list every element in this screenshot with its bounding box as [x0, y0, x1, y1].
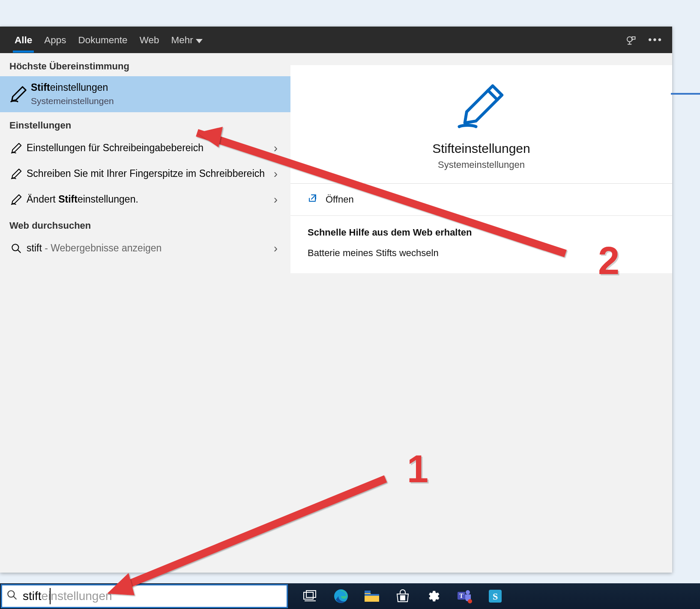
- tab-all[interactable]: Alle: [9, 28, 38, 52]
- svg-rect-9: [306, 591, 316, 597]
- tab-more[interactable]: Mehr: [165, 28, 208, 52]
- section-best-match: Höchste Übereinstimmung: [0, 53, 290, 76]
- search-typed-text: stift: [23, 589, 42, 603]
- tab-apps[interactable]: Apps: [38, 28, 72, 52]
- svg-line-7: [13, 596, 16, 599]
- svg-point-21: [468, 599, 472, 603]
- tab-web[interactable]: Web: [134, 28, 165, 52]
- svg-line-4: [488, 90, 497, 100]
- feedback-icon[interactable]: [618, 33, 643, 46]
- svg-rect-12: [365, 594, 379, 596]
- taskbar: stifteinstellungen: [0, 583, 700, 609]
- snagit-icon[interactable]: S: [485, 589, 506, 603]
- search-results-panel: Alle Apps Dokumente Web Mehr ••• Höchste…: [0, 27, 672, 573]
- teams-icon[interactable]: T: [454, 588, 475, 604]
- detail-title: Stifteinstellungen: [308, 141, 655, 156]
- task-view-icon[interactable]: [300, 590, 320, 603]
- edge-icon[interactable]: [331, 588, 351, 604]
- svg-text:S: S: [493, 591, 498, 602]
- detail-pane: Stifteinstellungen Systemeinstellungen Ö…: [290, 53, 672, 573]
- pen-icon: [6, 167, 27, 180]
- section-web: Web durchsuchen: [0, 212, 290, 236]
- results-list: Höchste Übereinstimmung Stifteinstellung…: [0, 53, 290, 573]
- web-help-title: Schnelle Hilfe aus dem Web erhalten: [308, 227, 655, 238]
- chevron-right-icon: ›: [270, 242, 281, 255]
- svg-point-1: [627, 37, 632, 42]
- search-icon: [6, 243, 27, 254]
- detail-header: Stifteinstellungen Systemeinstellungen: [290, 65, 672, 184]
- settings-item-3-text: Ändert Stifteinstellungen.: [27, 193, 270, 206]
- pen-large-icon: [308, 81, 655, 134]
- chevron-right-icon: ›: [270, 141, 281, 155]
- taskbar-icons: T S: [288, 583, 506, 609]
- svg-rect-8: [304, 592, 313, 599]
- best-match-title-bold: Stift: [31, 82, 50, 93]
- settings-gear-icon[interactable]: [423, 589, 444, 603]
- web-help-link[interactable]: Batterie meines Stifts wechseln: [308, 248, 655, 259]
- best-match-item[interactable]: Stifteinstellungen Systemeinstellungen: [0, 76, 290, 112]
- svg-rect-13: [365, 591, 371, 593]
- open-action[interactable]: Öffnen: [290, 184, 672, 216]
- web-result-item[interactable]: stift - Webergebnisse anzeigen ›: [0, 236, 290, 261]
- settings-item-2[interactable]: Schreiben Sie mit Ihrer Fingerspitze im …: [0, 161, 290, 187]
- svg-point-20: [466, 590, 470, 594]
- tab-documents[interactable]: Dokumente: [72, 28, 134, 52]
- open-label: Öffnen: [326, 194, 354, 205]
- svg-text:T: T: [459, 593, 464, 599]
- pen-icon: [6, 193, 27, 206]
- file-explorer-icon[interactable]: [362, 590, 382, 603]
- chevron-down-icon: [196, 35, 203, 46]
- pen-icon: [6, 84, 31, 104]
- taskbar-search-input[interactable]: stifteinstellungen: [1, 584, 288, 608]
- chevron-right-icon: ›: [270, 193, 281, 206]
- more-options-icon[interactable]: •••: [643, 34, 668, 46]
- settings-item-1[interactable]: Einstellungen für Schreibeingabebereich …: [0, 135, 290, 161]
- svg-line-3: [18, 250, 21, 253]
- decorative-line: [671, 93, 700, 95]
- settings-item-2-text: Schreiben Sie mit Ihrer Fingerspitze im …: [27, 167, 270, 180]
- open-link-icon: [308, 193, 326, 206]
- detail-subtitle: Systemeinstellungen: [308, 159, 655, 170]
- pen-icon: [6, 142, 27, 155]
- svg-rect-16: [401, 598, 402, 600]
- store-icon[interactable]: [392, 589, 413, 603]
- chevron-right-icon: ›: [270, 167, 281, 181]
- best-match-title-rest: einstellungen: [50, 82, 108, 93]
- svg-marker-0: [196, 39, 203, 43]
- web-help-block: Schnelle Hilfe aus dem Web erhalten Batt…: [290, 216, 672, 273]
- best-match-subtitle: Systemeinstellungen: [31, 95, 281, 107]
- search-autocomplete-text: einstellungen: [42, 589, 112, 603]
- web-result-text: stift - Webergebnisse anzeigen: [27, 242, 270, 255]
- svg-rect-14: [401, 596, 402, 597]
- section-settings: Einstellungen: [0, 112, 290, 135]
- svg-rect-17: [403, 598, 405, 600]
- settings-item-1-text: Einstellungen für Schreibeingabebereich: [27, 141, 270, 155]
- search-icon: [6, 589, 18, 603]
- tabs-bar: Alle Apps Dokumente Web Mehr •••: [0, 27, 672, 53]
- settings-item-3[interactable]: Ändert Stifteinstellungen. ›: [0, 187, 290, 212]
- text-cursor: [50, 588, 51, 604]
- svg-rect-15: [403, 596, 405, 597]
